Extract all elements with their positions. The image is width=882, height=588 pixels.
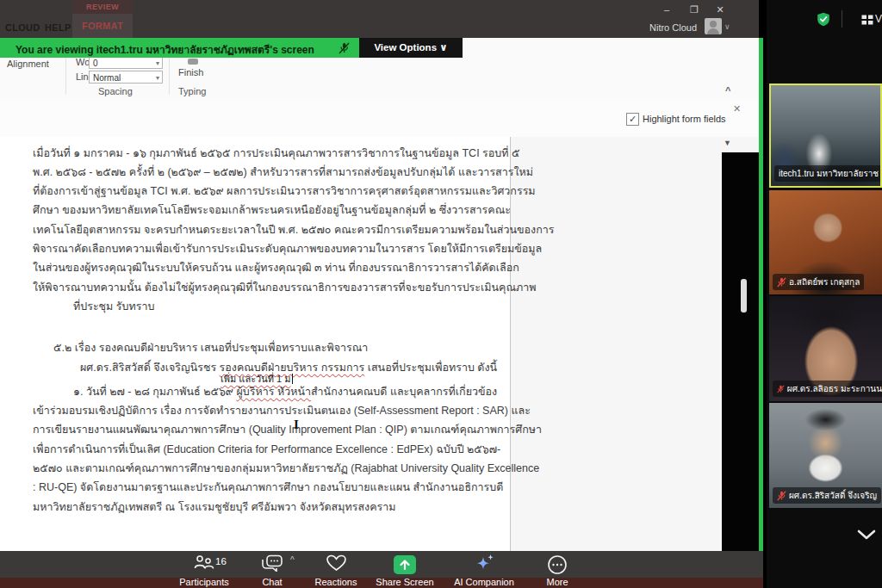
ai-companion-button[interactable]: AI Companion (454, 577, 514, 587)
participants-count: 16 (215, 556, 227, 566)
document-line: ๑. วันที่ ๒๗ - ๒๘ กุมภาพันธ์ ๒๕๖๙ ผู้บริ… (73, 383, 497, 400)
formbar-close-icon[interactable]: ✕ (733, 103, 741, 115)
participant-name-badge: ผศ.ดร.สิริสวัสดิ์ จึงเจริญ (773, 487, 881, 504)
participant-name-badge: ผศ.ดร.ลลิอธร มะระกานน (773, 381, 882, 397)
share-screen-icon[interactable] (394, 555, 416, 574)
date-text: ๑. วันที่ ๒๗ - ๒๘ กุมภาพันธ์ ๒๕๖๙ (73, 386, 236, 398)
document-line: ที่ต้องการเข้าสู่ฐานข้อมูล TCI พ.ศ. ๒๕๖๙… (33, 183, 536, 200)
ibeam-mouse-cursor: I (294, 418, 299, 432)
document-line: มหาวิทยาลัยราชภัฏเทพสตรี ณ โรงแรมชูชัยบุ… (33, 498, 395, 516)
word-spacing-dropdown[interactable]: 0 ▾ (89, 56, 163, 69)
muted-mic-icon (777, 384, 785, 394)
minimize-icon[interactable]: – (660, 3, 674, 15)
ai-companion-sparkle-icon[interactable] (473, 554, 495, 574)
document-line: ที่ประชุม รับทราบ (73, 298, 154, 315)
canvas-letterbox (722, 152, 759, 551)
tab-format[interactable]: FORMAT (72, 14, 133, 38)
review-tools-contextual-tab: REVIEW TOOLS (72, 0, 133, 14)
date-text: สำนักงานคณบดี และบุคลากรที่เกี่ยวข้อง (311, 386, 497, 398)
video-tile[interactable]: อ.สถิตย์พร เกตุสกุล (769, 190, 882, 294)
tab-cloud[interactable]: CLOUD (5, 22, 40, 33)
participant-name: ผศ.ดร.สิริสวัสดิ์ จึงเจริญ (789, 489, 877, 502)
muted-mic-icon (777, 491, 786, 501)
avatar-head-icon (710, 21, 717, 28)
encryption-shield-icon[interactable] (817, 12, 830, 27)
participants-icon[interactable] (193, 554, 215, 571)
document-line: เมื่อวันที่ ๑ มกราคม - ๑๖ กุมภาพันธ์ ๒๕๖… (33, 145, 519, 162)
nitro-cloud-account-label[interactable]: Nitro Cloud (649, 22, 697, 33)
participants-button[interactable]: Participants (179, 577, 228, 587)
participant-name-badge: itech1.tru มหาวิทยาลัยราช (774, 165, 882, 182)
finish-typing-icon (188, 59, 198, 65)
zoom-sharing-banner: You are viewing itech1.tru มหาวิทยาลัยรา… (0, 38, 463, 58)
vertical-scrollbar-thumb[interactable] (741, 279, 747, 313)
close-icon[interactable]: ✕ (713, 3, 727, 15)
document-line: : RU-QE) จัดโดยงานมาตรฐานและประกันคุณภาพ… (33, 479, 503, 496)
presenter-text: ผศ.ดร.สิริสวัสดิ์ จึงเจริญนิรชร (80, 362, 220, 374)
dropdown-caret-icon: ▾ (156, 57, 159, 70)
view-gallery-icon[interactable] (861, 15, 873, 25)
document-viewport: ▼ เมื่อวันที่ ๑ มกราคม - ๑๖ กุมภาพันธ์ ๒… (0, 137, 759, 551)
spellcheck-flagged-text: ผู้บริหาร หัวหน้า (236, 386, 310, 398)
chat-button[interactable]: Chat (262, 577, 282, 587)
alignment-group-label: Alignment (7, 59, 49, 69)
avatar[interactable] (705, 18, 722, 34)
document-line: ให้พิจารณาบทความนั้น ต้องไม่ใช่ผู้ทรงคุณ… (33, 279, 537, 296)
document-line: เข้าร่วมอบรมเชิงปฏิบัติการ เรื่อง การจัด… (33, 402, 531, 419)
document-line: ในส่วนของผู้ทรงคุณวุฒิในระบบให้ครบถ้วน แ… (33, 259, 519, 276)
document-line: เพื่อการดำเนินการที่เป็นเลิศ (Education … (33, 441, 500, 458)
participant-name: itech1.tru มหาวิทยาลัยราช (779, 167, 879, 180)
nitro-title-bar: REVIEW TOOLS CLOUD HELP FORMAT – ❐ ✕ Nit… (0, 0, 759, 38)
participant-name: อ.สถิตย์พร เกตุสกุล (789, 275, 860, 288)
muted-mic-icon (777, 277, 786, 288)
highlight-form-fields-checkbox[interactable]: ✓ (626, 113, 639, 126)
view-button-label[interactable]: V (875, 13, 882, 25)
ribbon-collapse-chevron-icon[interactable]: ^ (725, 85, 730, 96)
form-fields-bar: ✓ Highlight form fields ✕ (0, 101, 759, 138)
panel-header-divider (842, 10, 842, 28)
line-spacing-value: Normal (93, 73, 121, 83)
document-line: ๒๕๗๐ และตามเกณฑ์คุณภาพการศึกษาของกลุ่มมห… (33, 460, 539, 477)
word-spacing-value: 0 (93, 59, 98, 68)
video-tile[interactable]: ผศ.ดร.ลลิอธร มะระกานน (769, 296, 882, 401)
tab-help[interactable]: HELP (45, 22, 71, 33)
line-spacing-dropdown[interactable]: Normal ▾ (89, 71, 163, 84)
document-line: เทคโนโลยีอุตสาหกรรม จะครบกำหนดระยะเวลาใน… (33, 221, 555, 238)
meeting-toolbar (0, 551, 763, 578)
video-tile-sharer[interactable]: itech1.tru มหาวิทยาลัยราช (769, 84, 882, 188)
restore-icon[interactable]: ❐ (687, 3, 701, 15)
more-icon[interactable] (547, 554, 568, 575)
document-line: พิจารณาคัดเลือกบทความเพื่อเข้ารับการประเ… (33, 240, 542, 257)
document-section-heading: ๕.๒ เรื่อง รองคณบดีฝ่ายบริหาร เสนอที่ประ… (53, 339, 368, 356)
presenter-text: เสนอที่ประชุมเพื่อทราบ ดังนี้ (364, 362, 497, 374)
participant-name: ผศ.ดร.ลลิอธร มะระกานน (787, 382, 882, 395)
chat-chevron-up-icon[interactable]: ^ (290, 555, 295, 565)
spacing-group-label: Spacing (98, 86, 133, 96)
chat-icon[interactable] (260, 554, 284, 572)
more-button[interactable]: More (546, 577, 568, 587)
reactions-button[interactable]: Reactions (315, 577, 357, 587)
document-line: ศึกษา ของมหาวิทยาลัยเทคโนโลยีพระจอมเกล้า… (33, 201, 511, 219)
page-scroll-dropdown-icon[interactable]: ▼ (724, 139, 731, 147)
document-line: พ.ศ. ๒๕๖๘ - ๒๕๗๒ ครั้งที่ ๒ (๒๕๖๙ – ๒๕๗๒… (33, 164, 533, 181)
dropdown-caret-icon: ▾ (156, 71, 159, 84)
view-options-button[interactable]: View Options ∨ (359, 38, 463, 58)
shared-screen-border (759, 38, 763, 552)
reactions-heart-icon[interactable] (326, 554, 347, 572)
avatar-body-icon (707, 28, 719, 34)
finish-button[interactable]: Finish (178, 67, 203, 77)
participant-name-badge: อ.สถิตย์พร เกตุสกุล (773, 274, 864, 290)
sharing-message: You are viewing itech1.tru มหาวิทยาลัยรา… (16, 41, 314, 58)
document-line: การเขียนรายงานแผนพัฒนาคุณภาพการศึกษา (Qu… (33, 421, 542, 438)
share-screen-button[interactable]: Share Screen (376, 577, 433, 587)
account-chevron-down-icon[interactable]: ∨ (724, 22, 730, 31)
typing-group-label: Typing (178, 86, 206, 96)
highlight-form-fields-label: Highlight form fields (643, 114, 726, 124)
video-tile[interactable]: ผศ.ดร.สิริสวัสดิ์ จึงเจริญ (769, 403, 882, 508)
panel-scroll-chevron-down-icon[interactable] (856, 529, 877, 541)
muted-mic-icon (339, 42, 350, 54)
